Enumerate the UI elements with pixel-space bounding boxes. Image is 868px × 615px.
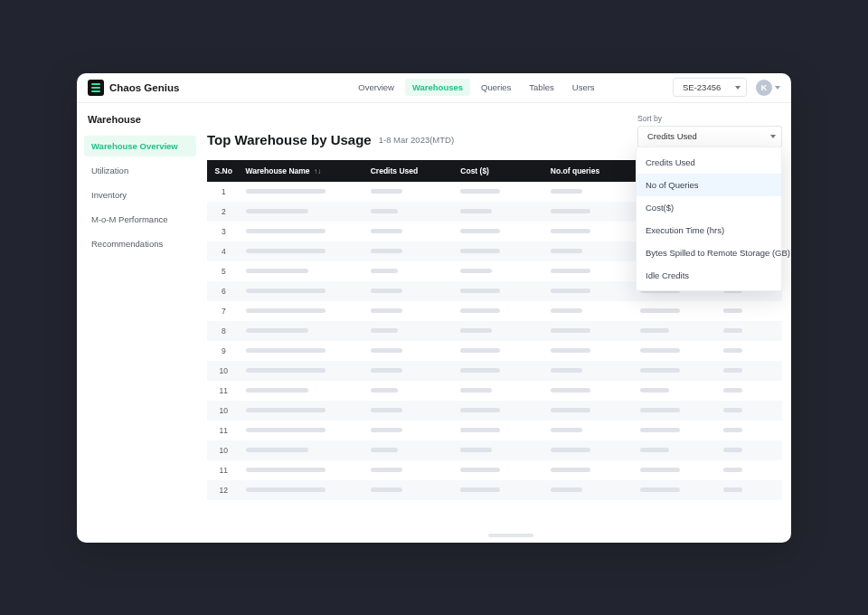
skeleton-bar	[246, 269, 308, 273]
sort-option-bytes-spilled[interactable]: Bytes Spilled to Remote Storage (GB)	[637, 241, 781, 264]
table-row[interactable]: 11	[207, 460, 782, 480]
skeleton-bar	[460, 408, 500, 412]
skeleton-bar	[371, 229, 402, 233]
col-warehouse-name[interactable]: Warehouse Name ↑↓	[241, 160, 365, 182]
skeleton-bar	[460, 308, 500, 313]
skeleton-bar	[371, 209, 399, 213]
cell-skeleton	[241, 361, 365, 381]
cell-skeleton	[455, 321, 545, 341]
col-sno[interactable]: S.No	[207, 160, 241, 182]
cell-skeleton	[718, 480, 782, 500]
cell-skeleton	[365, 241, 456, 261]
skeleton-bar	[551, 408, 590, 412]
cell-skeleton	[718, 321, 782, 341]
cell-skeleton	[241, 421, 365, 440]
brand[interactable]: Chaos Genius	[88, 80, 179, 96]
table-row[interactable]: 12	[207, 480, 782, 500]
cell-skeleton	[635, 321, 717, 341]
cell-skeleton	[455, 261, 545, 281]
skeleton-bar	[246, 408, 326, 412]
nav-tab-tables[interactable]: Tables	[522, 79, 561, 96]
sort-indicator-icon: ↑↓	[314, 167, 321, 175]
cell-skeleton	[365, 301, 456, 321]
skeleton-bar	[460, 348, 500, 353]
skeleton-bar	[640, 328, 669, 333]
sort-option-credits-used[interactable]: Credits Used	[637, 151, 781, 174]
cell-skeleton	[241, 222, 365, 241]
skeleton-bar	[551, 487, 582, 492]
cell-skeleton	[365, 341, 456, 361]
cell-sno: 2	[207, 202, 241, 222]
table-row[interactable]: 7	[207, 301, 782, 321]
cell-sno: 11	[207, 460, 241, 480]
cell-skeleton	[545, 421, 636, 440]
skeleton-bar	[640, 388, 669, 393]
sort-option-idle-credits[interactable]: Idle Credits	[637, 264, 781, 287]
sort-select[interactable]: Credits Used	[637, 126, 782, 147]
nav-tab-queries[interactable]: Queries	[474, 79, 518, 96]
skeleton-bar	[640, 487, 680, 492]
col-credits-used[interactable]: Credits Used	[365, 160, 456, 182]
cell-skeleton	[455, 202, 545, 222]
table-row[interactable]: 11	[207, 381, 782, 401]
horizontal-scrollbar[interactable]	[488, 534, 533, 537]
sort-option-cost[interactable]: Cost($)	[637, 196, 781, 219]
skeleton-bar	[723, 408, 742, 412]
sidebar-item-mom-performance[interactable]: M-o-M Performance	[84, 209, 196, 230]
main: Top Warehouse by Usage 1-8 Mar 2023(MTD)…	[203, 103, 791, 543]
user-menu[interactable]: K	[756, 80, 780, 96]
table-row[interactable]: 9	[207, 341, 782, 361]
skeleton-bar	[460, 388, 492, 393]
skeleton-bar	[460, 428, 500, 432]
skeleton-bar	[371, 368, 402, 373]
cell-skeleton	[365, 361, 456, 381]
sort-option-no-of-queries[interactable]: No of Queries	[637, 174, 781, 196]
col-cost[interactable]: Cost ($)	[455, 160, 545, 182]
skeleton-bar	[640, 408, 680, 412]
skeleton-bar	[371, 408, 402, 412]
sidebar-item-utilization[interactable]: Utilization	[84, 160, 196, 181]
table-row[interactable]: 10	[207, 361, 782, 381]
skeleton-bar	[371, 269, 399, 273]
skeleton-bar	[551, 428, 582, 432]
table-row[interactable]: 8	[207, 321, 782, 341]
nav-tab-overview[interactable]: Overview	[351, 79, 401, 96]
cell-skeleton	[455, 241, 545, 261]
skeleton-bar	[460, 249, 500, 253]
skeleton-bar	[551, 249, 582, 253]
sidebar-item-recommendations[interactable]: Recommendations	[84, 233, 196, 254]
skeleton-bar	[551, 468, 590, 472]
skeleton-bar	[723, 487, 742, 492]
account-selector[interactable]: SE-23456	[673, 78, 747, 97]
skeleton-bar	[460, 229, 500, 233]
cell-sno: 11	[207, 421, 241, 440]
sort-option-execution-time[interactable]: Execution Time (hrs)	[637, 219, 781, 241]
chevron-down-icon	[735, 86, 741, 90]
nav-tab-users[interactable]: Users	[565, 79, 602, 96]
cell-skeleton	[365, 182, 456, 202]
cell-skeleton	[241, 182, 365, 202]
skeleton-bar	[460, 209, 492, 213]
skeleton-bar	[246, 308, 326, 313]
skeleton-bar	[640, 308, 680, 313]
skeleton-bar	[551, 308, 582, 313]
table-row[interactable]: 11	[207, 421, 782, 440]
table-row[interactable]: 10	[207, 440, 782, 460]
skeleton-bar	[551, 368, 582, 373]
nav-tab-warehouses[interactable]: Warehouses	[405, 79, 470, 96]
cell-skeleton	[455, 381, 545, 401]
sidebar-item-overview[interactable]: Warehouse Overview	[84, 136, 196, 156]
skeleton-bar	[460, 328, 492, 333]
cell-sno: 11	[207, 381, 241, 401]
sidebar-item-inventory[interactable]: Inventory	[84, 184, 196, 205]
cell-skeleton	[545, 202, 636, 222]
col-no-of-queries[interactable]: No.of queries	[545, 160, 636, 182]
skeleton-bar	[246, 189, 326, 194]
skeleton-bar	[246, 289, 326, 293]
skeleton-bar	[551, 189, 582, 194]
skeleton-bar	[246, 487, 326, 492]
cell-skeleton	[365, 401, 456, 421]
skeleton-bar	[723, 308, 742, 313]
cell-skeleton	[545, 341, 636, 361]
table-row[interactable]: 10	[207, 401, 782, 421]
